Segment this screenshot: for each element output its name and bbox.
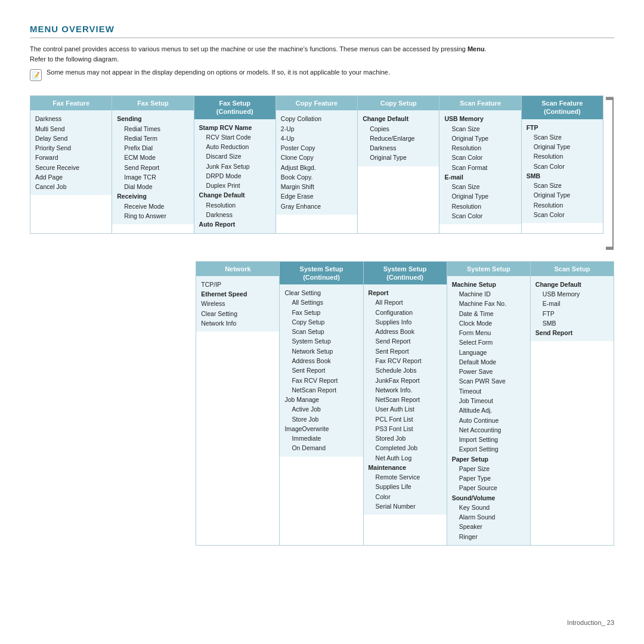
col-header: Scan Feature (Continued) — [522, 96, 603, 119]
list-item: NetScan Report — [369, 395, 442, 404]
list-item: Scan Size — [444, 124, 516, 134]
col-header: Copy Setup — [358, 96, 439, 110]
list-item: Job Manage — [284, 395, 358, 404]
list-item: Duplex Print — [199, 181, 271, 190]
list-item: Auto Reduction — [199, 142, 271, 151]
list-item: Network Info — [201, 318, 274, 328]
list-item: All Settings — [284, 298, 358, 307]
list-item: Resolution — [199, 200, 271, 210]
note-text: Some menus may not appear in the display… — [47, 69, 390, 76]
menu-col: Scan SetupChange DefaultUSB MemoryE-mail… — [530, 261, 614, 546]
list-item: Original Type — [444, 191, 516, 201]
list-item: Margin Shift — [281, 182, 352, 191]
menu-col: NetworkTCP/IPEthernet SpeedWirelessClear… — [196, 261, 280, 546]
list-item: Network Info. — [369, 385, 442, 395]
list-item: Original Type — [363, 153, 434, 162]
list-item: Scan Format — [444, 163, 516, 172]
list-item: Redial Times — [117, 124, 188, 134]
col-body: Machine SetupMachine IDMachine Fax No.Da… — [447, 276, 530, 545]
list-item: PCL Font List — [369, 414, 442, 424]
list-item: Scan Color — [527, 162, 598, 171]
list-item: Receive Mode — [117, 202, 188, 211]
col-header: Fax Setup (Continued) — [194, 96, 275, 119]
list-item: Resolution — [527, 200, 598, 210]
list-item: Scan Color — [444, 211, 516, 221]
list-item: Change Default — [535, 280, 609, 289]
col-body: Change DefaultUSB MemoryE-mailFTPSMBSend… — [531, 276, 614, 342]
list-item: Color — [369, 492, 442, 501]
list-item: Immediate — [284, 434, 358, 443]
list-item: Change Default — [363, 114, 434, 123]
menu-col: Copy SetupChange DefaultCopiesReduce/Enl… — [357, 95, 439, 234]
list-item: Configuration — [369, 308, 442, 317]
list-item: Export Setting — [452, 444, 525, 454]
list-item: Machine Setup — [452, 280, 525, 289]
list-item: Darkness — [35, 114, 107, 123]
list-item: Address Book — [284, 356, 358, 366]
list-item: Junk Fax Setup — [199, 162, 271, 171]
col-body: DarknessMulti SendDelay SendPriority Sen… — [30, 110, 112, 195]
list-item: Network Setup — [284, 346, 358, 356]
list-item: Form Menu — [452, 328, 525, 338]
list-item: USB Memory — [535, 289, 609, 299]
list-item: Address Book — [369, 327, 442, 336]
list-item: Resolution — [444, 202, 516, 211]
list-item: SMB — [535, 318, 609, 328]
list-item: Paper Source — [452, 483, 525, 493]
list-item: Select Form — [452, 338, 525, 347]
list-item: Machine Fax No. — [452, 299, 525, 308]
list-item: Sent Report — [369, 346, 442, 356]
menu-col: Scan FeatureUSB MemoryScan SizeOriginal … — [439, 95, 521, 234]
menu-row-1: Fax FeatureDarknessMulti SendDelay SendP… — [30, 95, 603, 234]
list-item: Scan Color — [444, 153, 516, 162]
list-item: Machine ID — [452, 289, 525, 299]
intro-paragraph: The control panel provides access to var… — [30, 44, 614, 64]
list-item: Job Timeout — [452, 396, 525, 405]
list-item: Add Page — [35, 172, 107, 182]
col-body: Stamp RCV NameRCV Start CodeAuto Reducti… — [194, 119, 275, 233]
list-item: Serial Number — [369, 501, 442, 511]
list-item: Net Accounting — [452, 425, 525, 435]
list-item: Net Auth Log — [369, 453, 442, 463]
row1-wrap: Fax FeatureDarknessMulti SendDelay SendP… — [30, 95, 614, 252]
list-item: Secure Receive — [35, 163, 107, 172]
page-title: MENU OVERVIEW — [30, 24, 614, 38]
list-item: Adjust Bkgd. — [281, 163, 352, 172]
list-item: Stored Job — [369, 434, 442, 443]
col-body: FTPScan SizeOriginal TypeResolutionScan … — [522, 119, 603, 224]
list-item: System Setup — [284, 336, 358, 346]
col-header: System Setup (Continued) — [364, 262, 447, 285]
list-item: USB Memory — [444, 114, 516, 123]
list-item: Wireless — [201, 299, 274, 308]
col-body: Copy Collation2-Up4-UpPoster CopyClone C… — [276, 110, 357, 215]
list-item: Paper Type — [452, 473, 525, 483]
list-item: Language — [452, 348, 525, 357]
list-item: Image TCR — [117, 172, 188, 182]
list-item: FTP — [535, 309, 609, 318]
list-item: Active Job — [284, 404, 358, 414]
list-item: PS3 Font List — [369, 424, 442, 434]
list-item: Darkness — [199, 210, 271, 219]
list-item: Poster Copy — [281, 143, 352, 153]
menu-col: Fax FeatureDarknessMulti SendDelay SendP… — [30, 95, 112, 234]
list-item: Reduce/Enlarge — [363, 134, 434, 143]
list-item: Send Report — [535, 328, 609, 338]
list-item: Receiving — [117, 191, 188, 201]
menu-col: System SetupMachine SetupMachine IDMachi… — [447, 261, 531, 546]
list-item: Prefix Dial — [117, 143, 188, 153]
bracket-connector — [605, 95, 614, 252]
list-item: Auto Continue — [452, 416, 525, 425]
list-item: Supplies Life — [369, 482, 442, 491]
list-item: Discard Size — [199, 151, 271, 161]
col-header: Scan Setup — [531, 262, 614, 276]
col-header: Copy Feature — [276, 96, 357, 110]
list-item: Send Report — [117, 163, 188, 172]
list-item: Scan Size — [527, 181, 598, 190]
list-item: Power Save — [452, 367, 525, 376]
menu-row-2: NetworkTCP/IPEthernet SpeedWirelessClear… — [30, 261, 614, 546]
menu-col: Fax SetupSendingRedial TimesRedial TermP… — [112, 95, 194, 234]
list-item: Copies — [363, 124, 434, 134]
list-item: 4-Up — [281, 134, 352, 143]
list-item: Key Sound — [452, 503, 525, 512]
list-item: Darkness — [363, 143, 434, 153]
